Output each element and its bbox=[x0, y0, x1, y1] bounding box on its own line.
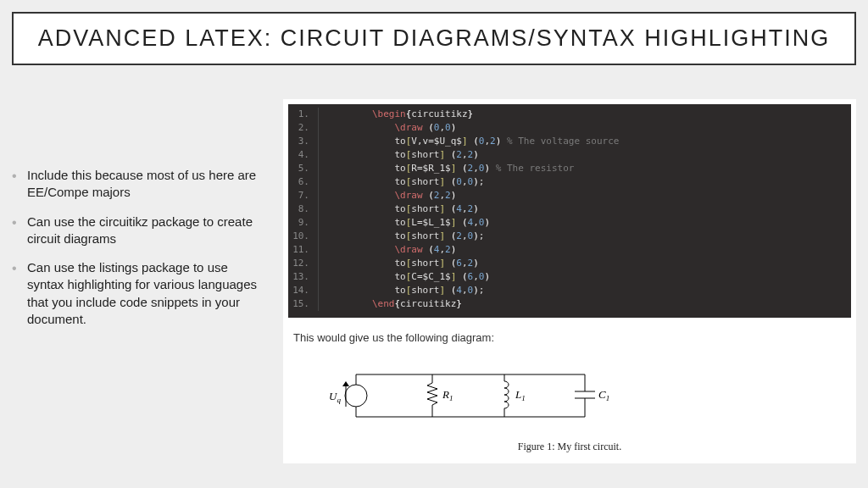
code-line: 10. to[short] (2,0); bbox=[288, 230, 851, 243]
figure-caption: Figure 1: My first circuit. bbox=[305, 441, 834, 453]
svg-point-3 bbox=[345, 385, 367, 407]
code-line: 2. \draw (0,0) bbox=[288, 121, 851, 135]
code-block: 1. \begin{circuitikz}2. \draw (0,0)3. to… bbox=[288, 104, 851, 318]
circuit-diagram: Uq R1 L1 bbox=[288, 358, 851, 458]
code-line: 15. \end{circuitikz} bbox=[288, 297, 851, 311]
code-line: 14. to[short] (4,0); bbox=[288, 284, 851, 297]
code-line: 1. \begin{circuitikz} bbox=[288, 108, 851, 121]
slide-title: ADVANCED LATEX: CIRCUIT DIAGRAMS/SYNTAX … bbox=[29, 25, 839, 52]
right-panel: 1. \begin{circuitikz}2. \draw (0,0)3. to… bbox=[283, 99, 856, 463]
svg-text:Uq: Uq bbox=[329, 390, 341, 404]
code-line: 8. to[short] (4,2) bbox=[288, 202, 851, 216]
code-line: 5. to[R=$R_1$] (2,0) % The resistor bbox=[288, 162, 851, 175]
slide-content: Include this because most of us here are… bbox=[0, 65, 868, 475]
circuit-svg: Uq R1 L1 bbox=[305, 358, 627, 434]
svg-text:R1: R1 bbox=[442, 388, 453, 402]
code-line: 13. to[C=$C_1$] (6,0) bbox=[288, 270, 851, 284]
svg-text:C1: C1 bbox=[598, 388, 609, 402]
bullet-item: Include this because most of us here are… bbox=[12, 167, 266, 202]
intermediate-caption: This would give us the following diagram… bbox=[288, 328, 851, 347]
svg-text:L1: L1 bbox=[515, 388, 526, 402]
code-line: 11. \draw (4,2) bbox=[288, 243, 851, 257]
code-line: 9. to[L=$L_1$] (4,0) bbox=[288, 216, 851, 230]
slide-title-box: ADVANCED LATEX: CIRCUIT DIAGRAMS/SYNTAX … bbox=[12, 12, 856, 65]
bullet-item: Can use the listings package to use synt… bbox=[12, 259, 266, 328]
bullet-item: Can use the circuitikz package to create… bbox=[12, 214, 266, 248]
code-line: 7. \draw (2,2) bbox=[288, 189, 851, 202]
code-line: 6. to[short] (0,0); bbox=[288, 175, 851, 189]
svg-marker-6 bbox=[342, 381, 349, 386]
bullet-column: Include this because most of us here are… bbox=[12, 99, 266, 463]
bullet-list: Include this because most of us here are… bbox=[12, 167, 266, 328]
code-line: 4. to[short] (2,2) bbox=[288, 148, 851, 162]
code-line: 3. to[V,v=$U_q$] (0,2) % The voltage sou… bbox=[288, 135, 851, 148]
code-line: 12. to[short] (6,2) bbox=[288, 257, 851, 270]
